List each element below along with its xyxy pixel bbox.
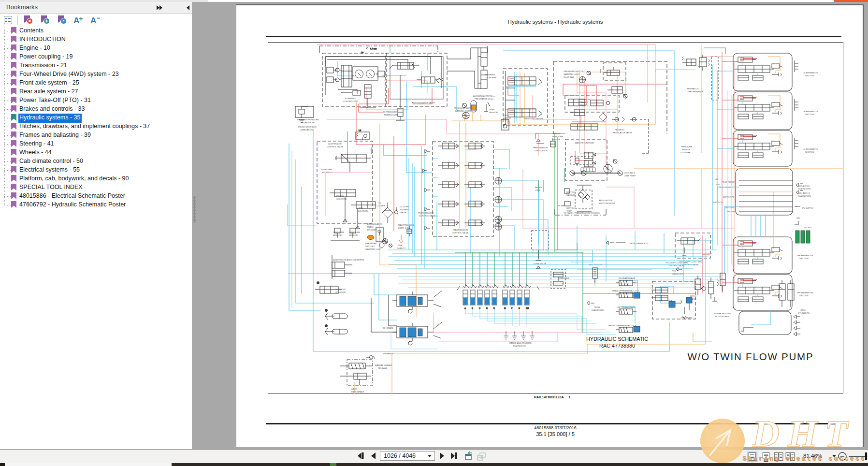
svg-text:PRESSURE: PRESSURE bbox=[365, 242, 376, 245]
svg-text:CONTROL VALVE: CONTROL VALVE bbox=[327, 146, 344, 148]
svg-text:T: T bbox=[825, 416, 849, 450]
svg-text:RETURN: RETURN bbox=[725, 206, 734, 209]
svg-text:COOLER: COOLER bbox=[376, 204, 385, 207]
svg-text:SECTION: SECTION bbox=[799, 294, 809, 297]
svg-text:PRESSURE: PRESSURE bbox=[681, 146, 692, 148]
svg-text:PILOT: PILOT bbox=[503, 114, 509, 116]
svg-text:VACUUM: VACUUM bbox=[566, 194, 575, 196]
svg-text:SUSPENSION: SUSPENSION bbox=[328, 143, 341, 145]
svg-text:COOLER: COOLER bbox=[400, 205, 409, 208]
svg-text:SECTION: SECTION bbox=[805, 151, 814, 153]
svg-text:TRANSMISSION: TRANSMISSION bbox=[418, 212, 434, 214]
svg-text:10+05 BAR: 10+05 BAR bbox=[564, 76, 574, 78]
svg-text:ACCUMULATOR 750 cc: ACCUMULATOR 750 cc bbox=[473, 95, 495, 97]
svg-text:FRONT DROP-BOX: FRONT DROP-BOX bbox=[298, 126, 317, 128]
svg-text:W/O TWIN FLOW PUMP: W/O TWIN FLOW PUMP bbox=[688, 351, 814, 362]
svg-text:PTO BRAKE: PTO BRAKE bbox=[681, 317, 693, 319]
svg-text:PRIORITY: PRIORITY bbox=[615, 129, 624, 131]
svg-text:SWITCH: SWITCH bbox=[566, 207, 575, 209]
svg-text:LS: LS bbox=[359, 129, 361, 131]
svg-text:LUBE: LUBE bbox=[535, 189, 540, 191]
svg-text:B: B bbox=[472, 307, 473, 309]
svg-text:BY-PASS: BY-PASS bbox=[400, 208, 409, 211]
svg-text:B: B bbox=[519, 307, 520, 309]
svg-text:HITCH: HITCH bbox=[800, 309, 806, 311]
svg-text:TEMP: TEMP bbox=[489, 108, 495, 111]
svg-text:HYDRAULIC: HYDRAULIC bbox=[687, 87, 699, 90]
svg-text:SAHR: SAHR bbox=[351, 388, 357, 390]
svg-text:WARNING LIGHT: WARNING LIGHT bbox=[564, 73, 580, 75]
svg-text:WARNING LIGHT: WARNING LIGHT bbox=[455, 110, 471, 112]
svg-text:SHEET 2: SHEET 2 bbox=[397, 247, 406, 249]
svg-text:COOLING &: COOLING & bbox=[624, 172, 635, 174]
svg-text:RAC 47738380: RAC 47738380 bbox=[599, 343, 635, 349]
svg-text:SOLENOID: SOLENOID bbox=[358, 210, 368, 212]
svg-text:H: H bbox=[787, 416, 819, 450]
svg-text:PRESSURE: PRESSURE bbox=[552, 135, 563, 138]
svg-text:LS: LS bbox=[361, 51, 363, 54]
svg-text:SENSOR: SENSOR bbox=[489, 111, 498, 114]
svg-text:SECTION: SECTION bbox=[799, 257, 809, 260]
svg-text:8KPH: 8KPH bbox=[594, 306, 600, 308]
svg-text:MANUAL GREASE: MANUAL GREASE bbox=[375, 364, 392, 366]
svg-text:PARK BRAKE: PARK BRAKE bbox=[351, 391, 364, 393]
svg-text:C: C bbox=[479, 307, 480, 309]
svg-text:TRAILER BRAKE: TRAILER BRAKE bbox=[687, 90, 703, 93]
svg-text:TRANSMISSION: TRANSMISSION bbox=[533, 146, 548, 149]
svg-text:8KPH DIAGNOSTIC: 8KPH DIAGNOSTIC bbox=[630, 242, 649, 245]
svg-text:CYLINDERS: CYLINDERS bbox=[485, 76, 496, 79]
svg-text:STEERING: STEERING bbox=[345, 97, 355, 100]
svg-text:POWER BEYOND: POWER BEYOND bbox=[714, 312, 731, 315]
svg-text:1.4 mm: 1.4 mm bbox=[370, 47, 377, 50]
svg-text:RH AUX LS: RH AUX LS bbox=[799, 192, 810, 194]
svg-text:TRANSMISSION: TRANSMISSION bbox=[452, 229, 468, 231]
svg-text:CONTROL VALVE: CONTROL VALVE bbox=[668, 264, 685, 267]
svg-text:SEE: SEE bbox=[398, 244, 403, 247]
svg-text:D: D bbox=[486, 307, 488, 309]
svg-text:A: A bbox=[90, 16, 96, 25]
svg-text:RH EH REMOTE: RH EH REMOTE bbox=[797, 291, 813, 294]
svg-text:RELEASE: RELEASE bbox=[378, 367, 388, 369]
svg-text:A: A bbox=[73, 16, 79, 25]
svg-text:PRESSURE SWITCH /: PRESSURE SWITCH / bbox=[564, 70, 585, 73]
svg-text:BRAKE: BRAKE bbox=[367, 226, 374, 228]
svg-text:F: F bbox=[511, 307, 513, 309]
svg-text:VALVE: VALVE bbox=[400, 211, 406, 214]
svg-text:RM: RM bbox=[526, 307, 529, 309]
svg-text:STEERING PRESSURE: STEERING PRESSURE bbox=[297, 118, 319, 121]
svg-text:DIAGNOSTIC: DIAGNOSTIC bbox=[592, 309, 604, 311]
svg-text:ARGO-HYTOS: ARGO-HYTOS bbox=[599, 199, 612, 202]
svg-text:REAR DIFFERENTIAL LOCK: REAR DIFFERENTIAL LOCK bbox=[612, 290, 639, 292]
svg-text:LH EH-REMOTE: LH EH-REMOTE bbox=[803, 148, 818, 150]
svg-text:PRECHARGE 10 bar: PRECHARGE 10 bar bbox=[475, 98, 494, 100]
svg-text:FRONT DIFFERENTIAL LOCK: FRONT DIFFERENTIAL LOCK bbox=[608, 324, 637, 327]
svg-text:LH EH REMOTE: LH EH REMOTE bbox=[803, 72, 818, 74]
svg-text:SOLENOID: SOLENOID bbox=[335, 291, 346, 293]
svg-text:PUMP/TANK: PUMP/TANK bbox=[321, 168, 333, 171]
svg-text:CONTROL VALVE: CONTROL VALVE bbox=[452, 232, 469, 234]
svg-text:PS SUPPLY: PS SUPPLY bbox=[802, 207, 813, 209]
svg-text:RH REAR BRAKE: RH REAR BRAKE bbox=[619, 277, 635, 279]
svg-text:SECTION: SECTION bbox=[805, 113, 814, 116]
svg-text:LUBRICATION: LUBRICATION bbox=[534, 149, 548, 152]
svg-text:RANGE AND REVERSE: RANGE AND REVERSE bbox=[509, 342, 532, 344]
svg-text:SUSPENSION AXLE CYLINDERS: SUSPENSION AXLE CYLINDERS bbox=[333, 259, 364, 261]
svg-text:FX PRESSURE: FX PRESSURE bbox=[383, 111, 397, 113]
svg-text:DIAGNOSTIC: DIAGNOSTIC bbox=[513, 345, 526, 347]
svg-text:SWITCH: SWITCH bbox=[566, 191, 575, 193]
svg-text:OIL FILL: OIL FILL bbox=[804, 226, 812, 229]
svg-text:HYDRAULIC SCHEMATIC: HYDRAULIC SCHEMATIC bbox=[586, 336, 648, 342]
svg-text:LS1: LS1 bbox=[716, 183, 720, 186]
svg-text:SWITCH: SWITCH bbox=[682, 148, 690, 151]
svg-text:LH AUX LS: LH AUX LS bbox=[799, 185, 810, 187]
svg-text:M: M bbox=[504, 307, 506, 309]
svg-text:LUBRICATION: LUBRICATION bbox=[300, 129, 313, 131]
svg-text:RH EH REMOTE: RH EH REMOTE bbox=[797, 254, 813, 257]
svg-text:RELIEF VALVE: RELIEF VALVE bbox=[301, 121, 315, 124]
svg-text:CREEPER: CREEPER bbox=[559, 277, 569, 279]
svg-text:LUBE PUMP: LUBE PUMP bbox=[624, 175, 636, 177]
svg-text:LH EH REMOTE: LH EH REMOTE bbox=[803, 110, 818, 113]
svg-text:A: A bbox=[464, 307, 466, 309]
svg-text:D: D bbox=[752, 416, 780, 450]
svg-text:W/ COUPLERS: W/ COUPLERS bbox=[715, 315, 729, 318]
